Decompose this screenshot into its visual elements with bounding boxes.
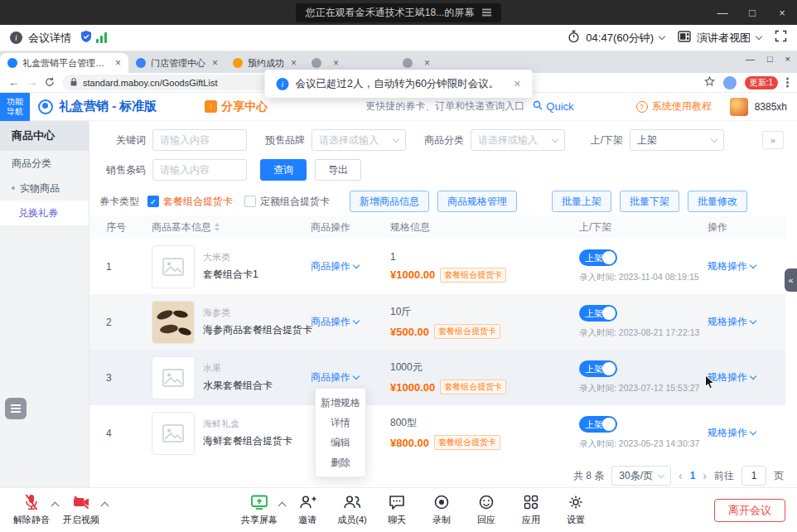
current-page[interactable]: 1 bbox=[690, 470, 696, 481]
apps-button[interactable]: 应用 bbox=[509, 493, 553, 526]
tab-close-icon[interactable]: × bbox=[291, 57, 297, 69]
add-product-button[interactable]: 新增商品信息 bbox=[350, 191, 429, 212]
sidebar-section-product-center[interactable]: 商品中心 bbox=[0, 121, 89, 151]
spec-op-link[interactable]: 规格操作 bbox=[708, 426, 785, 440]
settings-button[interactable]: 设置 bbox=[553, 493, 598, 526]
brand-select[interactable]: 请选择或输入 bbox=[312, 129, 406, 151]
refresh-icon[interactable] bbox=[45, 75, 55, 90]
brand[interactable]: 礼盒营销 - 标准版 bbox=[38, 99, 157, 114]
watching-banner[interactable]: 您正在观看金禾通技术王斌18...的屏幕 bbox=[296, 3, 501, 22]
back-icon[interactable]: ← bbox=[8, 76, 19, 89]
chat-button[interactable]: 聊天 bbox=[374, 493, 419, 526]
shelf-toggle[interactable]: 上架 bbox=[579, 360, 617, 377]
next-page-button[interactable]: › bbox=[703, 469, 707, 482]
leave-meeting-button[interactable]: 离开会议 bbox=[714, 499, 785, 522]
browser-tab[interactable]: 门店管理中心 × bbox=[128, 53, 225, 73]
start-video-button[interactable]: 开启视频 bbox=[58, 493, 104, 526]
meeting-details[interactable]: i 会议详情 bbox=[10, 31, 71, 46]
tab-close-icon[interactable]: × bbox=[424, 57, 430, 69]
tab-close-icon[interactable]: × bbox=[115, 57, 121, 69]
meeting-toolbar: i 会议详情 04:47(60分钟) 演讲者视图 bbox=[0, 25, 797, 51]
maximize-button[interactable]: □ bbox=[737, 0, 767, 25]
dropdown-item-edit[interactable]: 编辑 bbox=[316, 433, 365, 452]
product-thumbnail[interactable] bbox=[152, 356, 195, 399]
spec-op-link[interactable]: 规格操作 bbox=[708, 315, 785, 329]
spec-manage-button[interactable]: 商品规格管理 bbox=[437, 191, 517, 212]
view-mode-selector[interactable]: 演讲者视图 bbox=[678, 31, 761, 46]
browser-maximize-button[interactable]: □ bbox=[767, 54, 773, 64]
export-button[interactable]: 导出 bbox=[315, 159, 361, 181]
browser-tab-active[interactable]: 礼盒营销平台管理中心 × bbox=[0, 53, 128, 73]
sort-icon[interactable] bbox=[215, 223, 220, 231]
batch-off-shelf-button[interactable]: 批量下架 bbox=[620, 191, 679, 212]
goto-page-input[interactable] bbox=[741, 466, 766, 486]
category-select[interactable]: 请选择或输入 bbox=[471, 129, 565, 151]
product-thumbnail[interactable] bbox=[152, 245, 195, 288]
sidebar-item-categories[interactable]: 商品分类 bbox=[0, 151, 89, 176]
username[interactable]: 8385xh bbox=[755, 101, 787, 113]
chevron-down-icon bbox=[750, 317, 756, 324]
tutorial-link[interactable]: ? 系统使用教程 bbox=[636, 99, 712, 114]
right-drawer-handle[interactable]: « bbox=[785, 268, 797, 292]
bookmark-star-icon[interactable] bbox=[704, 75, 715, 90]
shelf-select[interactable]: 上架 bbox=[630, 129, 724, 151]
spec-op-link[interactable]: 规格操作 bbox=[708, 259, 785, 273]
product-op-link-open[interactable]: 商品操作 bbox=[311, 370, 390, 384]
browser-minimize-button[interactable]: — bbox=[746, 54, 755, 64]
shelf-toggle[interactable]: 上架 bbox=[579, 305, 617, 322]
shelf-toggle[interactable]: 上架 bbox=[579, 416, 617, 433]
user-avatar[interactable] bbox=[730, 98, 748, 116]
invite-button[interactable]: 邀请 bbox=[285, 493, 330, 526]
batch-edit-button[interactable]: 批量修改 bbox=[688, 191, 747, 212]
members-button[interactable]: 成员(4) bbox=[330, 493, 374, 526]
page-size-select[interactable]: 30条/页 bbox=[611, 466, 671, 486]
function-nav-button[interactable]: 功能 导航 bbox=[0, 93, 30, 121]
search-button[interactable]: 查询 bbox=[260, 159, 307, 181]
browser-close-button[interactable]: × bbox=[785, 54, 790, 64]
batch-on-shelf-button[interactable]: 批量上架 bbox=[552, 191, 611, 212]
unmute-button[interactable]: 解除静音 bbox=[8, 493, 55, 526]
dropdown-item-add-spec[interactable]: 新增规格 bbox=[316, 393, 365, 413]
tab-close-icon[interactable]: × bbox=[333, 57, 339, 69]
react-button[interactable]: 回应 bbox=[464, 493, 509, 526]
product-thumbnail[interactable] bbox=[152, 412, 195, 455]
product-op-link[interactable]: 商品操作 bbox=[311, 259, 390, 273]
keyword-input[interactable] bbox=[152, 129, 247, 151]
app-header-right: ? 系统使用教程 8385xh bbox=[636, 98, 797, 116]
share-center-link[interactable]: ↑ 分享中心 bbox=[205, 99, 268, 114]
security-shield-icon[interactable] bbox=[80, 30, 93, 46]
banner-menu-icon[interactable] bbox=[482, 12, 491, 12]
meeting-timer[interactable]: 04:47(60分钟) bbox=[568, 30, 664, 46]
close-button[interactable]: × bbox=[767, 0, 797, 25]
chevron-down-icon bbox=[353, 262, 360, 268]
checkbox-combo-card[interactable]: ✓ 套餐组合提货卡 bbox=[147, 195, 233, 209]
fullscreen-button[interactable] bbox=[775, 30, 787, 46]
browser-update-badge[interactable]: 更新:1 bbox=[745, 76, 778, 89]
browser-profile-avatar[interactable] bbox=[723, 76, 737, 89]
prev-page-button[interactable]: ‹ bbox=[679, 469, 683, 482]
barcode-input[interactable] bbox=[152, 159, 247, 181]
dropdown-item-delete[interactable]: 删除 bbox=[316, 452, 365, 472]
network-signal-icon[interactable] bbox=[96, 32, 107, 43]
product-thumbnail[interactable] bbox=[152, 301, 195, 344]
tab-favicon bbox=[233, 58, 243, 68]
shelf-toggle[interactable]: 上架 bbox=[579, 249, 617, 266]
product-op-link[interactable]: 商品操作 bbox=[311, 315, 390, 329]
sidebar-item-physical-goods[interactable]: 实物商品 bbox=[0, 176, 89, 201]
spec-op-link[interactable]: 规格操作 bbox=[708, 370, 785, 384]
table-row: 3 水果 水果套餐组合卡 商品操作 1000元 ¥1000.00套餐组合提货 bbox=[89, 350, 785, 405]
browser-menu-icon[interactable] bbox=[786, 81, 789, 84]
record-button[interactable]: 录制 bbox=[419, 493, 464, 526]
meeting-panel-button[interactable] bbox=[5, 398, 27, 419]
checkbox-fixed-card[interactable]: 定额组合提货卡 bbox=[244, 195, 330, 209]
toggle-knob bbox=[602, 362, 616, 375]
chevron-down-icon bbox=[711, 135, 717, 142]
dropdown-item-details[interactable]: 详情 bbox=[316, 413, 365, 433]
share-screen-button[interactable]: 共享屏幕 bbox=[237, 493, 282, 526]
toast-close-icon[interactable]: × bbox=[514, 77, 520, 90]
quick-search-link[interactable]: Quick bbox=[533, 100, 573, 113]
tab-close-icon[interactable]: × bbox=[212, 57, 218, 69]
collapse-filters-button[interactable]: » bbox=[762, 131, 784, 149]
minimize-button[interactable]: — bbox=[708, 0, 737, 25]
sidebar-item-gift-vouchers[interactable]: 兑换礼券 bbox=[0, 201, 89, 225]
